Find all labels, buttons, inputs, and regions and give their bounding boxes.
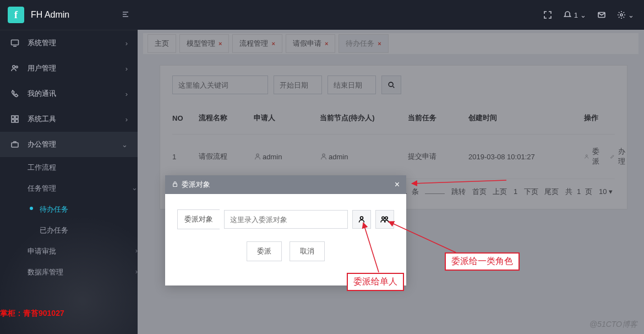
- sidebar-sub-label: 数据库管理: [28, 268, 63, 276]
- svg-point-15: [361, 217, 363, 219]
- svg-rect-5: [12, 120, 14, 122]
- svg-rect-7: [12, 143, 18, 147]
- watermark: @51CTO博客: [590, 320, 637, 330]
- sidebar-sub-children: 待办任务 已办任务: [28, 199, 138, 241]
- chevron-right-icon: ›: [125, 39, 128, 47]
- cancel-button[interactable]: 取消: [290, 241, 325, 261]
- sidebar-sub-pending[interactable]: 待办任务: [40, 199, 138, 220]
- sidebar-subgroup: 工作流程 任务管理 ⌄ 待办任务 已办任务 申请审批 › 数据库管理 ›: [0, 157, 138, 283]
- svg-rect-14: [173, 184, 177, 186]
- sidebar-item-system[interactable]: 系统管理 ›: [0, 30, 138, 56]
- apps-icon: [10, 114, 20, 124]
- sidebar-item-tools[interactable]: 系统工具 ›: [0, 106, 138, 132]
- delegate-input[interactable]: [224, 210, 348, 229]
- users-icon: [10, 63, 20, 73]
- sidebar-item-office[interactable]: 办公管理 ⌄: [0, 132, 138, 157]
- settings-icon[interactable]: ⌄: [617, 10, 634, 19]
- mail-icon[interactable]: [597, 10, 606, 19]
- sidebar-item-label: 我的通讯: [28, 89, 125, 99]
- sidebar-sub-taskmgmt[interactable]: 任务管理 ⌄: [28, 178, 138, 199]
- modal-header: 委派对象 ×: [165, 175, 406, 194]
- sidebar: f FH Admin 系统管理 › 用户管理 › 我的通讯 › 系统工具 › 办…: [0, 0, 138, 334]
- brand-logo: f: [8, 7, 24, 23]
- modal-input-row: 委派对象: [177, 209, 394, 229]
- chevron-right-icon: ›: [125, 90, 128, 98]
- modal-title: 委派对象: [182, 180, 210, 190]
- close-icon[interactable]: ×: [395, 180, 400, 190]
- sidebar-sub-db[interactable]: 数据库管理 ›: [28, 262, 138, 283]
- svg-rect-3: [12, 116, 14, 118]
- sidebar-sub-apply[interactable]: 申请审批 ›: [28, 241, 138, 262]
- svg-rect-6: [15, 120, 18, 122]
- delegate-modal: 委派对象 × 委派对象 委派 取消: [165, 175, 406, 285]
- notifications-icon[interactable]: 1⌄: [563, 10, 586, 19]
- svg-point-9: [620, 14, 623, 16]
- pick-role-button[interactable]: [375, 210, 394, 229]
- sidebar-item-users[interactable]: 用户管理 ›: [0, 56, 138, 81]
- topbar: 1⌄ ⌄: [138, 0, 644, 30]
- input-addon: 委派对象: [177, 209, 220, 229]
- lock-icon: [172, 181, 178, 189]
- chevron-down-icon: ⌄: [628, 11, 634, 19]
- svg-rect-4: [15, 116, 18, 118]
- sidebar-item-label: 系统管理: [28, 38, 125, 48]
- sidebar-sub-workflow[interactable]: 工作流程: [28, 157, 138, 178]
- notification-count: 1: [574, 11, 578, 19]
- phone-icon: [10, 89, 20, 99]
- fullscreen-icon[interactable]: [543, 10, 552, 19]
- svg-point-1: [13, 66, 15, 68]
- chevron-down-icon: ⌄: [122, 141, 128, 149]
- sidebar-item-label: 系统工具: [28, 114, 125, 124]
- chevron-down-icon: ⌄: [580, 11, 586, 19]
- briefcase-icon: [10, 139, 20, 149]
- chevron-right-icon: ›: [125, 64, 128, 73]
- confirm-button[interactable]: 委派: [247, 241, 282, 261]
- footer-tag: 掌柜：青苔901027: [0, 309, 64, 319]
- svg-rect-0: [12, 40, 19, 45]
- pick-user-button[interactable]: [352, 210, 371, 229]
- sidebar-sub-done[interactable]: 已办任务: [40, 220, 138, 241]
- chevron-right-icon: ›: [125, 115, 128, 123]
- svg-point-17: [385, 217, 388, 219]
- sidebar-sub-label: 任务管理: [28, 184, 56, 192]
- desktop-icon: [10, 38, 20, 48]
- svg-point-2: [16, 66, 18, 68]
- annotation-single: 委派给单人: [347, 273, 404, 291]
- sidebar-toggle-icon[interactable]: [121, 10, 130, 20]
- sidebar-item-label: 办公管理: [28, 139, 122, 149]
- brand: f FH Admin: [0, 0, 138, 30]
- annotation-role: 委派给一类角色: [445, 252, 520, 271]
- svg-point-16: [382, 217, 384, 219]
- modal-actions: 委派 取消: [177, 229, 394, 276]
- sidebar-sub-label: 申请审批: [28, 247, 56, 255]
- brand-name: FH Admin: [31, 10, 69, 20]
- sidebar-item-label: 用户管理: [28, 63, 125, 73]
- chevron-down-icon: ⌄: [132, 184, 138, 192]
- modal-body: 委派对象 委派 取消: [165, 194, 406, 285]
- sidebar-item-comm[interactable]: 我的通讯 ›: [0, 81, 138, 106]
